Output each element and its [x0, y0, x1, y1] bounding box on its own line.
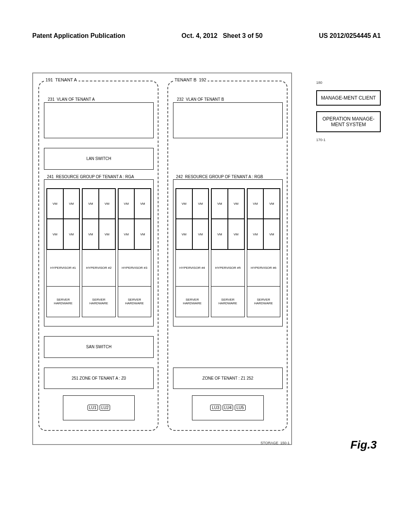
server-hardware: SERVER HARDWARE [176, 286, 209, 317]
server-1: VMVM VMVM HYPERVISOR #1 SERVER HARDWARE [46, 188, 80, 317]
vm: VM [247, 219, 264, 249]
tenant-a-label: 191 TENANT A [44, 77, 79, 82]
vm: VM [63, 219, 80, 249]
vlan-b: 232 VLAN OF TENANT B [173, 102, 283, 138]
vm: VM [211, 189, 228, 219]
hypervisor: HYPERVISOR #3 [118, 249, 151, 286]
resource-group-b: 242 RESOURCE GROUP OF TENANT A : RGB VMV… [173, 179, 283, 326]
hypervisor: HYPERVISOR #5 [211, 249, 244, 286]
vlan-a: 231 VLAN OF TENANT A [44, 102, 154, 138]
server-6: VMVM VMVM HYPERVISOR #6 SERVER HARDWARE [247, 188, 280, 317]
figure-area: 191 TENANT A 231 VLAN OF TENANT A LAN SW… [32, 73, 292, 445]
hypervisor: HYPERVISOR #4 [176, 249, 209, 286]
server-5: VMVM VMVM HYPERVISOR #5 SERVER HARDWARE [211, 188, 244, 317]
vm: VM [47, 189, 63, 219]
hypervisor: HYPERVISOR #1 [47, 249, 79, 286]
server-hardware: SERVER HARDWARE [47, 286, 79, 317]
lan-switch: LAN SWITCH [44, 148, 154, 170]
management-client-box: MANAGE-MENT CLIENT [316, 90, 381, 106]
vm: VM [228, 189, 244, 219]
san-switch: SAN SWITCH [44, 336, 154, 358]
vm: VM [134, 219, 151, 249]
server-hardware: SERVER HARDWARE [247, 286, 280, 317]
vlan-b-label: 232 VLAN OF TENANT B [176, 97, 225, 102]
hdr-mid: Oct. 4, 2012 Sheet 3 of 50 [181, 32, 263, 39]
lu: LU2 [100, 405, 110, 411]
vm: VM [118, 219, 135, 249]
vm: VM [99, 189, 115, 219]
server-hardware: SERVER HARDWARE [211, 286, 244, 317]
vm: VM [263, 219, 280, 249]
hdr-left: Patent Application Publication [32, 32, 125, 39]
vm: VM [118, 189, 135, 219]
storage-a: LU1 LU2 [63, 395, 135, 421]
lu: LU1 [88, 405, 98, 411]
operation-management-system-box: OPERATION MANAGE-MENT SYSTEM [316, 111, 381, 132]
server-hardware: SERVER HARDWARE [118, 286, 151, 317]
management-column: 180 MANAGE-MENT CLIENT OPERATION MANAGE-… [316, 81, 381, 142]
vm: VM [263, 189, 280, 219]
vm: VM [99, 219, 115, 249]
resource-group-a: 241 RESOURCE GROUP OF TENANT A : RGA VMV… [44, 179, 154, 326]
vm: VM [192, 219, 209, 249]
server-3: VMVM VMVM HYPERVISOR #3 SERVER HARDWARE [118, 188, 151, 317]
zone-b: ZONE OF TENANT : Z1 252 [173, 368, 283, 389]
vm: VM [228, 219, 244, 249]
rg-b-label: 242 RESOURCE GROUP OF TENANT A : RGB [175, 175, 265, 179]
vm: VM [82, 189, 99, 219]
server-row-b: VMVM VMVM HYPERVISOR #4 SERVER HARDWARE … [175, 188, 280, 317]
hypervisor: HYPERVISOR #6 [247, 249, 280, 286]
vm: VM [63, 189, 80, 219]
storage-b: LU3 LU4 LU5 [192, 395, 264, 421]
vm: VM [82, 219, 99, 249]
tenant-b-label: TENANT B 192 [173, 77, 208, 82]
server-hardware: SERVER HARDWARE [82, 286, 115, 317]
vm: VM [176, 189, 192, 219]
tenant-b: TENANT B 192 232 VLAN OF TENANT B 242 RE… [167, 81, 288, 431]
lu: LU3 [210, 405, 221, 411]
storage-label: STORAGE 150-1 [261, 441, 290, 445]
vm: VM [47, 219, 63, 249]
vm: VM [176, 219, 192, 249]
page: Patent Application Publication Oct. 4, 2… [0, 0, 413, 532]
rg-a-label: 241 RESOURCE GROUP OF TENANT A : RGA [46, 175, 136, 179]
lu: LU5 [235, 405, 245, 411]
ref-mgmt-client: 180 [316, 81, 381, 85]
hypervisor: HYPERVISOR #2 [82, 249, 115, 286]
server-2: VMVM VMVM HYPERVISOR #2 SERVER HARDWARE [82, 188, 115, 317]
tenant-a: 191 TENANT A 231 VLAN OF TENANT A LAN SW… [38, 81, 159, 431]
vm: VM [134, 189, 151, 219]
ref-oms: 170-1 [316, 138, 381, 142]
lu: LU4 [223, 405, 233, 411]
zone-a: 251 ZONE OF TENANT A : Z0 [44, 368, 154, 389]
page-header: Patent Application Publication Oct. 4, 2… [0, 32, 413, 39]
server-row-a: VMVM VMVM HYPERVISOR #1 SERVER HARDWARE … [46, 188, 151, 317]
vm: VM [211, 219, 228, 249]
hdr-right: US 2012/0254445 A1 [319, 32, 381, 39]
server-4: VMVM VMVM HYPERVISOR #4 SERVER HARDWARE [175, 188, 209, 317]
vm: VM [192, 189, 209, 219]
vm: VM [247, 189, 264, 219]
vlan-a-label: 231 VLAN OF TENANT A [47, 97, 96, 102]
figure-label: Fig.3 [350, 438, 377, 451]
